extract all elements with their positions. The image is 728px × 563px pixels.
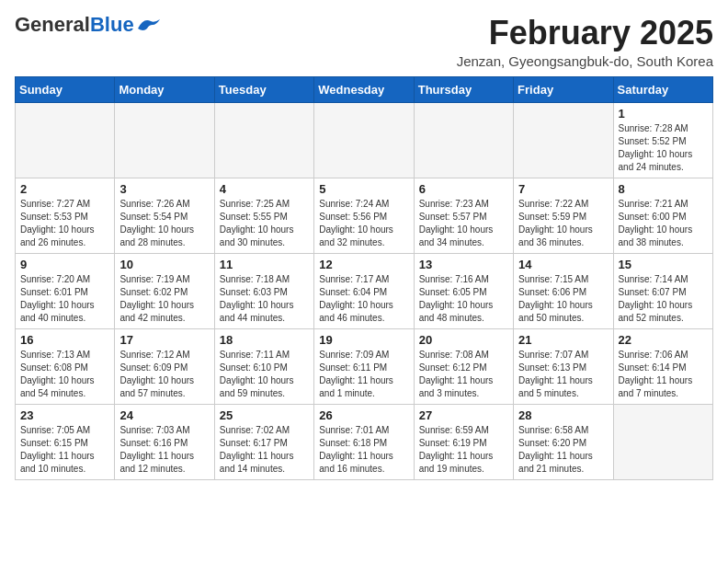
calendar-cell: 5Sunrise: 7:24 AM Sunset: 5:56 PM Daylig… [314, 178, 414, 253]
calendar-cell: 9Sunrise: 7:20 AM Sunset: 6:01 PM Daylig… [16, 253, 115, 328]
calendar-cell: 26Sunrise: 7:01 AM Sunset: 6:18 PM Dayli… [314, 404, 414, 479]
day-number: 11 [220, 258, 309, 271]
day-info: Sunrise: 7:11 AM Sunset: 6:10 PM Dayligh… [220, 349, 309, 400]
day-info: Sunrise: 7:21 AM Sunset: 6:00 PM Dayligh… [619, 198, 708, 249]
calendar-cell [414, 102, 513, 178]
calendar-cell: 23Sunrise: 7:05 AM Sunset: 6:15 PM Dayli… [16, 404, 115, 479]
calendar-cell [16, 102, 115, 178]
day-info: Sunrise: 7:24 AM Sunset: 5:56 PM Dayligh… [319, 198, 408, 249]
title-area: February 2025 Jenzan, Gyeongsangbuk-do, … [457, 15, 713, 69]
calendar-cell: 24Sunrise: 7:03 AM Sunset: 6:16 PM Dayli… [115, 404, 214, 479]
calendar-cell: 8Sunrise: 7:21 AM Sunset: 6:00 PM Daylig… [613, 178, 712, 253]
calendar-week-row: 2Sunrise: 7:27 AM Sunset: 5:53 PM Daylig… [16, 178, 713, 253]
day-number: 7 [518, 182, 608, 196]
calendar-cell: 28Sunrise: 6:58 AM Sunset: 6:20 PM Dayli… [514, 404, 613, 479]
day-number: 26 [319, 408, 408, 422]
day-number: 17 [119, 333, 209, 347]
day-info: Sunrise: 7:12 AM Sunset: 6:09 PM Dayligh… [119, 349, 209, 400]
day-info: Sunrise: 7:01 AM Sunset: 6:18 PM Dayligh… [319, 424, 408, 476]
calendar-cell: 18Sunrise: 7:11 AM Sunset: 6:10 PM Dayli… [214, 328, 313, 404]
day-info: Sunrise: 7:22 AM Sunset: 5:59 PM Dayligh… [518, 198, 608, 249]
header-sunday: Sunday [16, 76, 115, 102]
calendar-cell: 6Sunrise: 7:23 AM Sunset: 5:57 PM Daylig… [414, 178, 513, 253]
day-info: Sunrise: 6:58 AM Sunset: 6:20 PM Dayligh… [518, 424, 608, 476]
day-number: 24 [119, 408, 209, 422]
page-header: GeneralBlue February 2025 Jenzan, Gyeong… [15, 15, 713, 69]
calendar-cell: 17Sunrise: 7:12 AM Sunset: 6:09 PM Dayli… [115, 328, 214, 404]
day-info: Sunrise: 7:15 AM Sunset: 6:06 PM Dayligh… [518, 273, 608, 325]
day-number: 28 [518, 408, 608, 422]
calendar-cell: 7Sunrise: 7:22 AM Sunset: 5:59 PM Daylig… [514, 178, 613, 253]
day-number: 1 [619, 107, 708, 121]
calendar-cell: 10Sunrise: 7:19 AM Sunset: 6:02 PM Dayli… [115, 253, 214, 328]
day-info: Sunrise: 7:19 AM Sunset: 6:02 PM Dayligh… [119, 273, 209, 325]
day-info: Sunrise: 7:20 AM Sunset: 6:01 PM Dayligh… [20, 273, 109, 325]
day-info: Sunrise: 7:17 AM Sunset: 6:04 PM Dayligh… [319, 273, 408, 325]
day-info: Sunrise: 7:28 AM Sunset: 5:52 PM Dayligh… [619, 122, 708, 174]
calendar-week-row: 23Sunrise: 7:05 AM Sunset: 6:15 PM Dayli… [16, 404, 713, 479]
logo: GeneralBlue [15, 15, 162, 35]
logo-blue: Blue [90, 13, 134, 36]
day-info: Sunrise: 7:02 AM Sunset: 6:17 PM Dayligh… [220, 424, 309, 476]
calendar-cell [613, 404, 712, 479]
day-info: Sunrise: 7:25 AM Sunset: 5:55 PM Dayligh… [220, 198, 309, 249]
header-saturday: Saturday [613, 76, 712, 102]
day-info: Sunrise: 7:16 AM Sunset: 6:05 PM Dayligh… [419, 273, 508, 325]
day-number: 14 [518, 258, 608, 271]
location-subtitle: Jenzan, Gyeongsangbuk-do, South Korea [457, 53, 713, 69]
calendar-cell: 21Sunrise: 7:07 AM Sunset: 6:13 PM Dayli… [514, 328, 613, 404]
day-number: 13 [419, 258, 508, 271]
calendar-cell [214, 102, 313, 178]
day-info: Sunrise: 7:13 AM Sunset: 6:08 PM Dayligh… [20, 349, 109, 400]
calendar-cell: 12Sunrise: 7:17 AM Sunset: 6:04 PM Dayli… [314, 253, 414, 328]
day-number: 3 [119, 182, 209, 196]
calendar-cell: 27Sunrise: 6:59 AM Sunset: 6:19 PM Dayli… [414, 404, 513, 479]
header-tuesday: Tuesday [214, 76, 313, 102]
calendar-week-row: 9Sunrise: 7:20 AM Sunset: 6:01 PM Daylig… [16, 253, 713, 328]
day-number: 10 [119, 258, 209, 271]
day-number: 27 [419, 408, 508, 422]
header-wednesday: Wednesday [314, 76, 414, 102]
logo-bird-icon [136, 16, 162, 34]
calendar-cell: 4Sunrise: 7:25 AM Sunset: 5:55 PM Daylig… [214, 178, 313, 253]
day-info: Sunrise: 7:03 AM Sunset: 6:16 PM Dayligh… [119, 424, 209, 476]
day-info: Sunrise: 7:18 AM Sunset: 6:03 PM Dayligh… [220, 273, 309, 325]
month-year-title: February 2025 [457, 15, 713, 52]
day-number: 18 [220, 333, 309, 347]
day-number: 21 [518, 333, 608, 347]
calendar-cell: 1Sunrise: 7:28 AM Sunset: 5:52 PM Daylig… [613, 102, 712, 178]
day-info: Sunrise: 7:14 AM Sunset: 6:07 PM Dayligh… [619, 273, 708, 325]
calendar-cell: 22Sunrise: 7:06 AM Sunset: 6:14 PM Dayli… [613, 328, 712, 404]
calendar-cell: 3Sunrise: 7:26 AM Sunset: 5:54 PM Daylig… [115, 178, 214, 253]
day-number: 20 [419, 333, 508, 347]
day-info: Sunrise: 7:27 AM Sunset: 5:53 PM Dayligh… [20, 198, 109, 249]
calendar-week-row: 1Sunrise: 7:28 AM Sunset: 5:52 PM Daylig… [16, 102, 713, 178]
day-number: 2 [20, 182, 109, 196]
day-number: 16 [20, 333, 109, 347]
logo-text: GeneralBlue [15, 15, 134, 35]
day-number: 25 [220, 408, 309, 422]
calendar-cell [115, 102, 214, 178]
day-number: 22 [619, 333, 708, 347]
day-number: 15 [619, 258, 708, 271]
logo-general: General [15, 13, 90, 36]
day-info: Sunrise: 7:09 AM Sunset: 6:11 PM Dayligh… [319, 349, 408, 400]
header-thursday: Thursday [414, 76, 513, 102]
calendar-cell: 13Sunrise: 7:16 AM Sunset: 6:05 PM Dayli… [414, 253, 513, 328]
day-number: 6 [419, 182, 508, 196]
day-number: 5 [319, 182, 408, 196]
day-info: Sunrise: 7:07 AM Sunset: 6:13 PM Dayligh… [518, 349, 608, 400]
day-info: Sunrise: 7:05 AM Sunset: 6:15 PM Dayligh… [20, 424, 109, 476]
calendar-cell [314, 102, 414, 178]
day-number: 23 [20, 408, 109, 422]
calendar-week-row: 16Sunrise: 7:13 AM Sunset: 6:08 PM Dayli… [16, 328, 713, 404]
calendar-cell: 14Sunrise: 7:15 AM Sunset: 6:06 PM Dayli… [514, 253, 613, 328]
day-info: Sunrise: 7:08 AM Sunset: 6:12 PM Dayligh… [419, 349, 508, 400]
calendar-cell: 16Sunrise: 7:13 AM Sunset: 6:08 PM Dayli… [16, 328, 115, 404]
calendar-header-row: SundayMondayTuesdayWednesdayThursdayFrid… [16, 76, 713, 102]
day-number: 19 [319, 333, 408, 347]
day-number: 12 [319, 258, 408, 271]
calendar-cell: 11Sunrise: 7:18 AM Sunset: 6:03 PM Dayli… [214, 253, 313, 328]
calendar-cell: 20Sunrise: 7:08 AM Sunset: 6:12 PM Dayli… [414, 328, 513, 404]
day-number: 4 [220, 182, 309, 196]
